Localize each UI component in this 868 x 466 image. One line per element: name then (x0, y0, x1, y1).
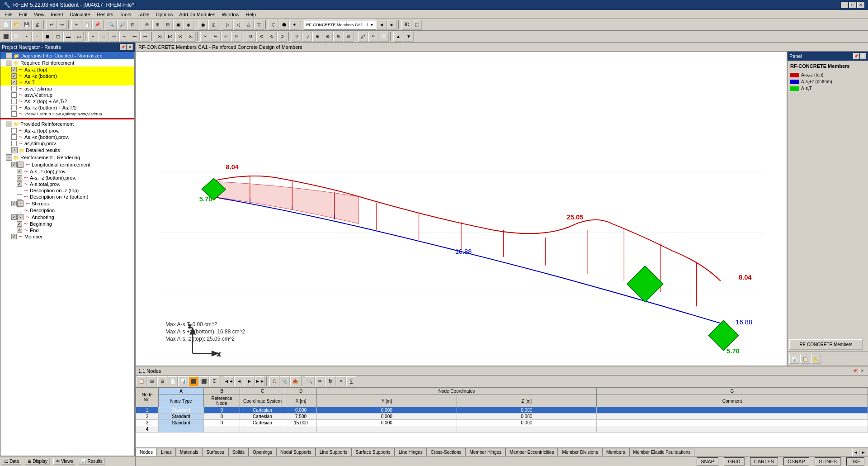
redo-btn[interactable]: ↪ (57, 20, 67, 30)
tt-btn15[interactable]: 📤 (290, 376, 300, 386)
t2-icon9[interactable]: ⌖ (88, 32, 98, 42)
t2-icon5[interactable]: ◼ (42, 32, 52, 42)
cb-member[interactable] (11, 234, 17, 239)
tab-views[interactable]: 👁 Views (53, 458, 75, 465)
t2-icon19[interactable]: ✂ (200, 32, 210, 42)
cb-stirrups-desc[interactable] (17, 208, 22, 213)
tree-item-end[interactable]: 〜 End (0, 227, 134, 233)
t2-icon27[interactable]: ⚲ (292, 32, 302, 42)
cb-asw-t[interactable] (11, 86, 17, 91)
panel-close-btn[interactable]: ✕ (860, 53, 866, 59)
tab-surface-supports[interactable]: Surface Supports (352, 448, 395, 456)
t2-icon28[interactable]: ⚳ (302, 32, 312, 42)
tt-btn18[interactable]: fx (326, 376, 335, 386)
t2-icon14[interactable]: ⊶ (140, 32, 150, 42)
panel-main-button[interactable]: RF-CONCRETE Members (789, 339, 863, 350)
tab-scroll-left[interactable]: ◄ (852, 449, 859, 456)
t2-icon16[interactable]: ⋉ (165, 32, 175, 42)
cb-desc-pos-z[interactable] (17, 194, 22, 200)
tab-line-hinges[interactable]: Line Hinges (395, 448, 427, 456)
tree-item-required-reinf[interactable]: - 📁 Required Reinforcement (0, 59, 134, 67)
tt-btn13[interactable]: ⬡ (269, 376, 279, 386)
tb-icon10[interactable]: △ (244, 20, 254, 30)
tt-btn16[interactable]: 🔍 (305, 376, 315, 386)
t2-icon15[interactable]: ⋈ (155, 32, 165, 42)
paste-btn[interactable]: 📌 (92, 20, 102, 30)
panel-icon-list[interactable]: 📋 (800, 354, 810, 364)
tree-item-asw-t[interactable]: 〜 asw,T,stirrup (0, 86, 134, 92)
tab-results[interactable]: 📊 Results (79, 458, 104, 465)
copy-btn[interactable]: 📋 (82, 20, 92, 30)
tab-member-div[interactable]: Member Divisions (558, 448, 602, 456)
new-btn[interactable]: 📄 (1, 20, 11, 30)
tree-item-as-z-top-prov[interactable]: 〜 As,-z (top),prov. (0, 128, 134, 134)
tree-item-anchoring[interactable]: - 〜 Anchoring (0, 214, 134, 221)
tb-icon6[interactable]: ◉ (198, 20, 208, 30)
grid-toggle[interactable]: GRID (724, 457, 745, 466)
tree-item-as-t[interactable]: 〜 As,T (0, 79, 134, 86)
cut-btn[interactable]: ✂ (71, 20, 81, 30)
cb-as-z-top-t2[interactable] (11, 99, 17, 104)
cb-as-z-bottom[interactable] (11, 73, 17, 79)
t2-icon10[interactable]: ⌗ (99, 32, 108, 42)
tab-scroll-right[interactable]: ► (860, 449, 867, 456)
panel-icon-chart[interactable]: 📊 (789, 354, 799, 364)
cb-combined[interactable] (11, 111, 17, 117)
t2-icon20[interactable]: ✁ (211, 32, 221, 42)
menu-edit[interactable]: Edit (16, 11, 30, 18)
tb-icon5[interactable]: ◈ (184, 20, 193, 30)
wire-btn[interactable]: ⬚ (412, 20, 422, 30)
t2-icon8[interactable]: ▭ (74, 32, 84, 42)
print-btn[interactable]: 🖨 (32, 20, 42, 30)
cb-as-total-prov[interactable] (17, 181, 22, 187)
tree-item-stirrups[interactable]: - 〜 Stirrups (0, 200, 134, 207)
tab-materials[interactable]: Materials (176, 448, 203, 456)
t2-icon32[interactable]: ⊘ (344, 32, 354, 42)
tb-icon13[interactable]: ⬢ (279, 20, 289, 30)
tree-item-as-z-bottom[interactable]: 〜 As,+z (bottom) (0, 73, 134, 79)
cb-as-z-bot-t2[interactable] (11, 105, 17, 110)
tree-item-diagrams[interactable]: - 📁 Diagrams Inter Coupled - Normalized (0, 52, 134, 59)
tb-icon4[interactable]: ▣ (173, 20, 183, 30)
tree-item-member[interactable]: 〜 Member (0, 233, 134, 240)
glines-toggle[interactable]: GLINES (815, 457, 841, 466)
tab-openings[interactable]: Openings (249, 448, 276, 456)
tt-btn7[interactable]: ⬛ (199, 376, 209, 386)
t2-icon6[interactable]: ◻ (53, 32, 63, 42)
menu-insert[interactable]: Insert (48, 11, 66, 18)
save-btn[interactable]: 💾 (22, 20, 32, 30)
tab-line-supports[interactable]: Line Supports (316, 448, 352, 456)
maximize-button[interactable]: □ (849, 2, 856, 8)
t2-icon36[interactable]: ▲ (393, 32, 403, 42)
cb-end[interactable] (17, 228, 22, 233)
tb-icon1[interactable]: ⊕ (142, 20, 152, 30)
expander-provided[interactable]: - (6, 121, 12, 127)
tree-item-as-z-bot-t2[interactable]: 〜 As,+z (bottom) + As,T/2 (0, 105, 134, 111)
3d-viewport[interactable]: x z 8.04 25.05 16.88 8.04 16.88 5.70 5.7… (136, 52, 787, 366)
tab-lines[interactable]: Lines (157, 448, 176, 456)
t2-icon33[interactable]: 🖊 (358, 32, 368, 42)
menu-view[interactable]: View (31, 11, 47, 18)
tab-nodes[interactable]: Nodes (136, 448, 157, 456)
dxf-toggle[interactable]: DXF (846, 457, 864, 466)
cartes-toggle[interactable]: CARTES (750, 457, 778, 466)
nav-close-btn[interactable]: ✕ (127, 44, 133, 50)
open-btn[interactable]: 📂 (11, 20, 21, 30)
tree-item-combined[interactable]: 〜 2*asw,T,stirrup + aw,V,stirrup a-sw,V,… (0, 111, 134, 117)
t2-icon34[interactable]: ✏ (368, 32, 378, 42)
cb-long-reinf[interactable] (11, 162, 17, 167)
tt-btn4[interactable]: 📄 (168, 376, 178, 386)
menu-calculate[interactable]: Calculate (67, 11, 93, 18)
tab-member-ecc[interactable]: Member Eccentricities (505, 448, 558, 456)
menu-window[interactable]: Window (219, 11, 242, 18)
tt-btn10[interactable]: ◄ (234, 376, 244, 386)
tb-icon12[interactable]: ⬡ (269, 20, 278, 30)
fit-btn[interactable]: ⊡ (127, 20, 137, 30)
t2-icon21[interactable]: ✃ (221, 32, 231, 42)
tt-btn2[interactable]: ⊞ (147, 376, 157, 386)
tab-data[interactable]: 🗂 Data (2, 458, 21, 465)
expander-stirrups[interactable]: - (17, 200, 24, 207)
expander-diagrams[interactable]: - (6, 52, 12, 59)
table-close-btn[interactable]: ✕ (859, 368, 865, 374)
tb-icon11[interactable]: ▽ (254, 20, 264, 30)
